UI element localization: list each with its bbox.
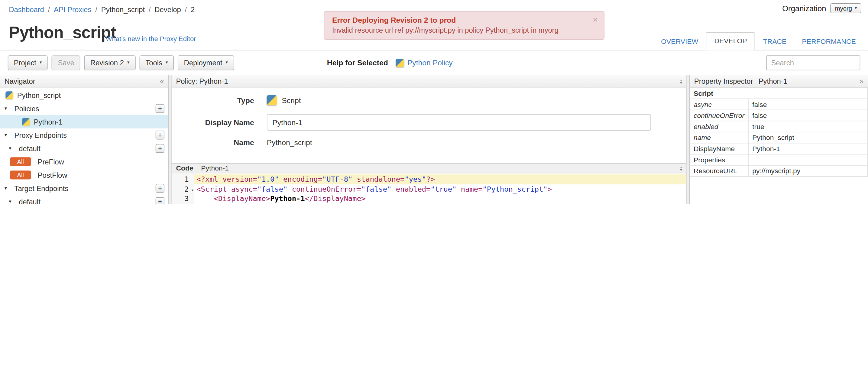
code-label: Code bbox=[176, 164, 193, 172]
code-line[interactable]: <Properties/> bbox=[194, 204, 686, 204]
display-name-input[interactable] bbox=[267, 114, 651, 131]
property-row-resourceurl: ResourceURLpy://myscript.py bbox=[690, 165, 868, 177]
python-policy-link[interactable]: Python Policy bbox=[407, 58, 453, 66]
property-key: name bbox=[690, 132, 749, 143]
property-value[interactable]: false bbox=[749, 110, 868, 121]
property-table: ScriptasyncfalsecontinueOnErrorfalseenab… bbox=[690, 87, 868, 177]
caret-down-icon[interactable]: ▾ bbox=[4, 132, 10, 138]
python-icon bbox=[22, 118, 30, 126]
close-icon[interactable]: × bbox=[593, 15, 598, 25]
add-button[interactable]: + bbox=[156, 144, 164, 153]
property-value[interactable]: py://myscript.py bbox=[749, 165, 868, 177]
type-label: Type bbox=[172, 96, 254, 104]
code-editor[interactable]: 12▾3456 <?xml version="1.0" encoding="UT… bbox=[172, 173, 686, 204]
property-row-name: namePython_script bbox=[690, 132, 868, 143]
collapse-panel-icon[interactable]: « bbox=[160, 77, 164, 85]
nav-item-label: Target Endpoints bbox=[14, 184, 69, 192]
breadcrumb-item-api-proxies[interactable]: API Proxies bbox=[54, 5, 91, 13]
property-row-displayname: DisplayNamePython-1 bbox=[690, 143, 868, 154]
property-key: async bbox=[690, 99, 749, 110]
chevron-down-icon: ▾ bbox=[166, 60, 168, 65]
breadcrumb-separator: / bbox=[185, 5, 187, 13]
panel-splitter[interactable] bbox=[169, 75, 172, 204]
nav-item-label: default bbox=[19, 144, 40, 152]
tab-trace[interactable]: TRACE bbox=[755, 33, 794, 51]
name-label: Name bbox=[172, 138, 254, 147]
flow-condition-badge: All bbox=[10, 157, 31, 166]
tools-button[interactable]: Tools ▾ bbox=[139, 55, 174, 70]
collapse-section-icon[interactable]: ▴▾ bbox=[680, 78, 682, 84]
code-line[interactable]: <?xml version="1.0" encoding="UTF-8" sta… bbox=[194, 175, 686, 184]
property-row-properties: Properties bbox=[690, 154, 868, 165]
code-file-name: Python-1 bbox=[201, 164, 229, 172]
property-value[interactable] bbox=[749, 154, 868, 165]
breadcrumb: Dashboard/API Proxies/Python_script/Deve… bbox=[9, 5, 195, 13]
nav-row-default[interactable]: ▾default+ bbox=[0, 195, 168, 204]
fold-caret-icon[interactable]: ▾ bbox=[191, 185, 194, 195]
add-button[interactable]: + bbox=[156, 104, 164, 113]
breadcrumb-separator: / bbox=[48, 5, 50, 13]
tab-overview[interactable]: OVERVIEW bbox=[653, 33, 706, 51]
policy-editor-panel: Policy: Python-1 ▴▾ Type Script Display … bbox=[172, 75, 687, 204]
breadcrumb-separator: / bbox=[95, 5, 97, 13]
name-row: Name Python_script bbox=[172, 138, 686, 147]
code-line[interactable]: <DisplayName>Python-1</DisplayName> bbox=[194, 194, 686, 204]
python-icon bbox=[267, 95, 277, 105]
caret-down-icon[interactable]: ▾ bbox=[9, 199, 15, 204]
breadcrumb-item-2: 2 bbox=[191, 5, 195, 13]
policy-header-title: Policy: Python-1 bbox=[176, 77, 228, 85]
panel-splitter[interactable] bbox=[687, 75, 690, 204]
organization-select[interactable]: myorg ▾ bbox=[831, 3, 861, 13]
error-message: Invalid resource url ref py://myscript.p… bbox=[332, 26, 585, 34]
policy-header: Policy: Python-1 ▴▾ bbox=[172, 75, 686, 87]
breadcrumb-item-dashboard[interactable]: Dashboard bbox=[9, 5, 44, 13]
tab-develop[interactable]: DEVELOP bbox=[706, 32, 755, 50]
expand-panel-icon[interactable]: » bbox=[860, 77, 864, 85]
revision-button[interactable]: Revision 2 ▾ bbox=[84, 55, 136, 70]
save-button[interactable]: Save bbox=[52, 55, 81, 70]
property-key: Properties bbox=[690, 154, 749, 165]
tab-performance[interactable]: PERFORMANCE bbox=[794, 33, 864, 51]
code-header: Code Python-1 ▴▾ bbox=[172, 163, 686, 173]
add-button[interactable]: + bbox=[156, 184, 164, 192]
caret-down-icon[interactable]: ▾ bbox=[9, 146, 15, 151]
breadcrumb-item-develop: Develop bbox=[154, 5, 181, 13]
collapse-section-icon[interactable]: ▴▾ bbox=[680, 166, 682, 171]
chevron-down-icon: ▾ bbox=[39, 60, 42, 65]
flow-condition-badge: All bbox=[10, 170, 31, 179]
search-input[interactable] bbox=[766, 55, 860, 70]
nav-row-default[interactable]: ▾default+ bbox=[0, 142, 168, 155]
nav-row-preflow[interactable]: AllPreFlow bbox=[0, 155, 168, 168]
organization-area: Organization myorg ▾ bbox=[782, 3, 861, 13]
deployment-button[interactable]: Deployment ▾ bbox=[178, 55, 234, 70]
property-value[interactable]: Python-1 bbox=[749, 143, 868, 154]
page-title: Python_script bbox=[9, 23, 116, 42]
property-key: DisplayName bbox=[690, 143, 749, 154]
nav-row-target-endpoints[interactable]: ▾Target Endpoints+ bbox=[0, 182, 168, 195]
property-value[interactable]: true bbox=[749, 121, 868, 132]
nav-row-proxy-endpoints[interactable]: ▾Proxy Endpoints+ bbox=[0, 128, 168, 142]
nav-row-postflow[interactable]: AllPostFlow bbox=[0, 168, 168, 182]
nav-row-policies[interactable]: ▾Policies+ bbox=[0, 102, 168, 115]
caret-down-icon[interactable]: ▾ bbox=[4, 186, 10, 191]
nav-row-python-script[interactable]: Python_script bbox=[0, 89, 168, 102]
nav-row-python-1[interactable]: Python-1 bbox=[0, 115, 168, 128]
project-button[interactable]: Project ▾ bbox=[8, 55, 48, 70]
add-button[interactable]: + bbox=[156, 131, 164, 139]
navigator-title: Navigator bbox=[4, 77, 35, 85]
help-for-selected-label: Help for Selected bbox=[327, 58, 388, 66]
code-lines[interactable]: <?xml version="1.0" encoding="UTF-8" sta… bbox=[194, 173, 686, 204]
code-line[interactable]: <Script async="false" continueOnError="f… bbox=[194, 184, 686, 194]
property-inspector-subtitle: Python-1 bbox=[758, 77, 787, 85]
property-key: continueOnError bbox=[690, 110, 749, 121]
nav-item-label: default bbox=[19, 197, 40, 204]
add-button[interactable]: + bbox=[156, 197, 164, 204]
property-value[interactable]: false bbox=[749, 99, 868, 110]
type-value: Script bbox=[267, 95, 301, 105]
organization-value: myorg bbox=[835, 5, 852, 11]
breadcrumb-item-python-script: Python_script bbox=[101, 5, 145, 13]
organization-label: Organization bbox=[782, 4, 826, 13]
property-value[interactable]: Python_script bbox=[749, 132, 868, 143]
whats-new-link[interactable]: What's new in the Proxy Editor bbox=[106, 35, 196, 42]
caret-down-icon[interactable]: ▾ bbox=[4, 106, 10, 111]
